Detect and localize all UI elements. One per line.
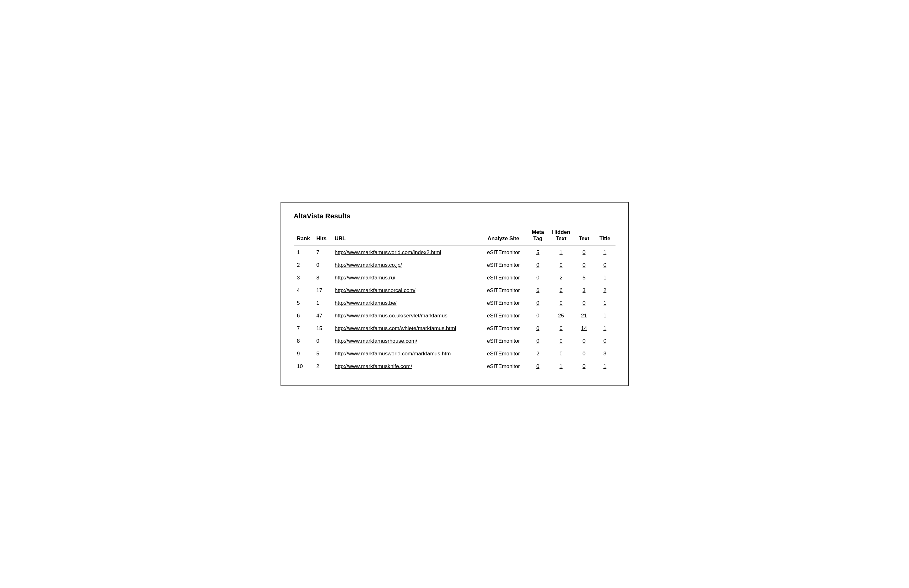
cell-title: 3 — [594, 347, 615, 360]
url-link[interactable]: http://www.markfamusnorcal.com/ — [335, 288, 416, 293]
analyze-link[interactable]: eSITEmonitor — [487, 325, 520, 331]
col-header-analyze: Analyze Site — [480, 226, 527, 246]
cell-hits: 17 — [313, 284, 332, 297]
cell-text: 3 — [574, 284, 595, 297]
cell-url[interactable]: http://www.markfamusworld.com/index2.htm… — [332, 246, 480, 259]
cell-rank: 2 — [294, 259, 314, 271]
table-row: 95http://www.markfamusworld.com/markfamu… — [294, 347, 616, 360]
cell-hidden-text: 0 — [548, 297, 573, 310]
col-header-hidden-text: HiddenText — [548, 226, 573, 246]
cell-analyze[interactable]: eSITEmonitor — [480, 284, 527, 297]
table-row: 647http://www.markfamus.co.uk/servlet/ma… — [294, 310, 616, 322]
cell-analyze[interactable]: eSITEmonitor — [480, 335, 527, 347]
cell-url[interactable]: http://www.markfamus.be/ — [332, 297, 480, 310]
cell-hidden-text: 6 — [548, 284, 573, 297]
cell-url[interactable]: http://www.markfamusworld.com/markfamus.… — [332, 347, 480, 360]
cell-url[interactable]: http://www.markfamus.co.jp/ — [332, 259, 480, 271]
table-row: 38http://www.markfamus.ru/eSITEmonitor02… — [294, 271, 616, 284]
analyze-link[interactable]: eSITEmonitor — [487, 249, 520, 255]
cell-title: 1 — [594, 322, 615, 335]
cell-url[interactable]: http://www.markfamus.ru/ — [332, 271, 480, 284]
cell-rank: 7 — [294, 322, 314, 335]
cell-meta-tag: 0 — [527, 259, 548, 271]
url-link[interactable]: http://www.markfamusworld.com/index2.htm… — [335, 249, 441, 255]
cell-rank: 10 — [294, 360, 314, 373]
cell-title: 1 — [594, 360, 615, 373]
results-table: Rank Hits URL Analyze Site MetaTag Hidde… — [294, 226, 616, 373]
cell-text: 0 — [574, 246, 595, 259]
col-header-hits: Hits — [313, 226, 332, 246]
cell-analyze[interactable]: eSITEmonitor — [480, 347, 527, 360]
cell-title: 0 — [594, 259, 615, 271]
analyze-link[interactable]: eSITEmonitor — [487, 262, 520, 268]
cell-title: 1 — [594, 297, 615, 310]
cell-hidden-text: 0 — [548, 322, 573, 335]
analyze-link[interactable]: eSITEmonitor — [487, 288, 520, 293]
cell-meta-tag: 0 — [527, 360, 548, 373]
cell-rank: 5 — [294, 297, 314, 310]
cell-rank: 4 — [294, 284, 314, 297]
cell-url[interactable]: http://www.markfamusknife.com/ — [332, 360, 480, 373]
url-link[interactable]: http://www.markfamus.co.uk/servlet/markf… — [335, 313, 447, 319]
analyze-link[interactable]: eSITEmonitor — [487, 351, 520, 357]
cell-analyze[interactable]: eSITEmonitor — [480, 297, 527, 310]
col-header-title: Title — [594, 226, 615, 246]
analyze-link[interactable]: eSITEmonitor — [487, 313, 520, 319]
col-header-text: Text — [574, 226, 595, 246]
cell-meta-tag: 0 — [527, 322, 548, 335]
cell-title: 1 — [594, 271, 615, 284]
cell-text: 5 — [574, 271, 595, 284]
col-header-url: URL — [332, 226, 480, 246]
url-link[interactable]: http://www.markfamus.be/ — [335, 300, 397, 306]
url-link[interactable]: http://www.markfamus.com/whiete/markfamu… — [335, 325, 456, 331]
analyze-link[interactable]: eSITEmonitor — [487, 338, 520, 344]
cell-url[interactable]: http://www.markfamus.com/whiete/markfamu… — [332, 322, 480, 335]
analyze-link[interactable]: eSITEmonitor — [487, 275, 520, 281]
cell-url[interactable]: http://www.markfamus.co.uk/servlet/markf… — [332, 310, 480, 322]
cell-meta-tag: 6 — [527, 284, 548, 297]
cell-hidden-text: 25 — [548, 310, 573, 322]
cell-hits: 0 — [313, 259, 332, 271]
cell-hidden-text: 0 — [548, 335, 573, 347]
cell-hits: 8 — [313, 271, 332, 284]
page-title: AltaVista Results — [294, 212, 616, 220]
cell-title: 1 — [594, 310, 615, 322]
table-row: 51http://www.markfamus.be/eSITEmonitor00… — [294, 297, 616, 310]
cell-analyze[interactable]: eSITEmonitor — [480, 322, 527, 335]
cell-text: 0 — [574, 297, 595, 310]
cell-analyze[interactable]: eSITEmonitor — [480, 271, 527, 284]
cell-url[interactable]: http://www.markfamusrhouse.com/ — [332, 335, 480, 347]
url-link[interactable]: http://www.markfamus.ru/ — [335, 275, 395, 281]
cell-analyze[interactable]: eSITEmonitor — [480, 360, 527, 373]
results-container: AltaVista Results Rank Hits URL Analyze … — [280, 202, 629, 386]
analyze-link[interactable]: eSITEmonitor — [487, 363, 520, 369]
table-row: 17http://www.markfamusworld.com/index2.h… — [294, 246, 616, 259]
url-link[interactable]: http://www.markfamusworld.com/markfamus.… — [335, 351, 451, 357]
cell-hits: 5 — [313, 347, 332, 360]
cell-analyze[interactable]: eSITEmonitor — [480, 246, 527, 259]
cell-hits: 1 — [313, 297, 332, 310]
url-link[interactable]: http://www.markfamusknife.com/ — [335, 363, 412, 369]
cell-text: 0 — [574, 259, 595, 271]
cell-meta-tag: 2 — [527, 347, 548, 360]
analyze-link[interactable]: eSITEmonitor — [487, 300, 520, 306]
cell-analyze[interactable]: eSITEmonitor — [480, 310, 527, 322]
cell-meta-tag: 0 — [527, 297, 548, 310]
url-link[interactable]: http://www.markfamusrhouse.com/ — [335, 338, 417, 344]
cell-hidden-text: 0 — [548, 347, 573, 360]
cell-title: 1 — [594, 246, 615, 259]
cell-hits: 47 — [313, 310, 332, 322]
cell-rank: 9 — [294, 347, 314, 360]
cell-analyze[interactable]: eSITEmonitor — [480, 259, 527, 271]
table-row: 102http://www.markfamusknife.com/eSITEmo… — [294, 360, 616, 373]
cell-title: 2 — [594, 284, 615, 297]
cell-meta-tag: 0 — [527, 335, 548, 347]
url-link[interactable]: http://www.markfamus.co.jp/ — [335, 262, 402, 268]
cell-hits: 7 — [313, 246, 332, 259]
cell-url[interactable]: http://www.markfamusnorcal.com/ — [332, 284, 480, 297]
cell-text: 0 — [574, 360, 595, 373]
table-row: 80http://www.markfamusrhouse.com/eSITEmo… — [294, 335, 616, 347]
cell-rank: 8 — [294, 335, 314, 347]
cell-text: 14 — [574, 322, 595, 335]
cell-title: 0 — [594, 335, 615, 347]
